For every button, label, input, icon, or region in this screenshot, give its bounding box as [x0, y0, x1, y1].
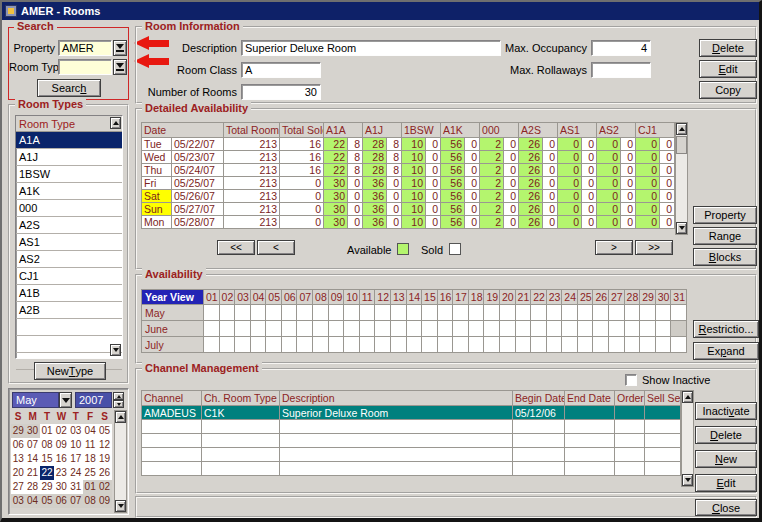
availability-day-cell[interactable] — [655, 337, 671, 353]
calendar-day[interactable]: 02 — [97, 480, 111, 494]
room-type-item[interactable]: A1B — [16, 285, 122, 302]
room-type-item[interactable]: A2S — [16, 217, 122, 234]
availability-day-cell[interactable] — [375, 321, 391, 337]
availability-day-cell[interactable] — [437, 305, 453, 321]
availability-day-cell[interactable] — [359, 321, 375, 337]
calendar-day[interactable]: 02 — [54, 424, 68, 438]
expand-button[interactable]: Expand — [693, 342, 759, 360]
availability-day-cell[interactable] — [640, 337, 656, 353]
availability-day-cell[interactable] — [499, 321, 515, 337]
calendar-day[interactable]: 06 — [11, 438, 25, 452]
calendar-day[interactable]: 04 — [25, 494, 39, 508]
availability-day-cell[interactable] — [313, 337, 329, 353]
availability-day-cell[interactable] — [531, 337, 547, 353]
availability-day-cell[interactable] — [499, 337, 515, 353]
edit-channel-button[interactable]: Edit — [695, 474, 757, 492]
room-type-item[interactable]: AS1 — [16, 234, 122, 251]
calendar-day[interactable]: 20 — [11, 466, 25, 480]
availability-day-cell[interactable] — [281, 305, 297, 321]
scroll-down-button[interactable] — [676, 222, 687, 234]
edit-room-button[interactable]: Edit — [699, 60, 757, 78]
availability-day-cell[interactable] — [204, 305, 220, 321]
availability-day-cell[interactable] — [515, 305, 531, 321]
availability-day-cell[interactable] — [671, 321, 687, 337]
availability-day-cell[interactable] — [297, 337, 313, 353]
availability-day-cell[interactable] — [437, 321, 453, 337]
availability-day-cell[interactable] — [219, 321, 235, 337]
availability-day-cell[interactable] — [390, 305, 406, 321]
room-type-field[interactable] — [58, 59, 112, 75]
availability-day-cell[interactable] — [328, 337, 344, 353]
detailed-availability-scrollbar[interactable] — [675, 122, 688, 235]
availability-day-cell[interactable] — [484, 305, 500, 321]
scroll-up-button[interactable] — [682, 391, 693, 403]
availability-day-cell[interactable] — [328, 305, 344, 321]
calendar-day[interactable]: 01 — [40, 424, 54, 438]
availability-day-cell[interactable] — [406, 321, 422, 337]
availability-day-cell[interactable] — [546, 337, 562, 353]
calendar-day[interactable]: 03 — [11, 494, 25, 508]
availability-day-cell[interactable] — [390, 321, 406, 337]
calendar-day[interactable]: 07 — [25, 438, 39, 452]
room-type-dropdown-button[interactable] — [113, 59, 127, 75]
calendar-day[interactable]: 28 — [25, 480, 39, 494]
availability-day-cell[interactable] — [515, 321, 531, 337]
number-of-rooms-field[interactable]: 30 — [241, 84, 321, 100]
room-type-item[interactable]: CJ1 — [16, 268, 122, 285]
calendar-day[interactable]: 07 — [69, 494, 83, 508]
scroll-down-button[interactable] — [682, 474, 693, 486]
calendar-scrollbar[interactable] — [114, 410, 127, 513]
availability-day-cell[interactable] — [235, 337, 251, 353]
availability-day-cell[interactable] — [235, 321, 251, 337]
copy-room-button[interactable]: Copy — [699, 81, 757, 99]
availability-day-cell[interactable] — [266, 337, 282, 353]
page-last-button[interactable]: >> — [635, 240, 673, 255]
availability-day-cell[interactable] — [562, 305, 578, 321]
availability-day-cell[interactable] — [624, 337, 640, 353]
availability-day-cell[interactable] — [499, 305, 515, 321]
calendar-day[interactable]: 08 — [40, 438, 54, 452]
detailed-availability-row[interactable]: Fri05/25/07213030036010056020260000000 — [142, 177, 675, 190]
availability-day-cell[interactable] — [266, 305, 282, 321]
availability-day-cell[interactable] — [468, 305, 484, 321]
calendar-day[interactable]: 24 — [69, 466, 83, 480]
availability-day-cell[interactable] — [453, 305, 469, 321]
year-view-header[interactable]: Year View — [142, 290, 204, 305]
availability-day-cell[interactable] — [609, 337, 625, 353]
availability-day-cell[interactable] — [422, 321, 438, 337]
availability-day-cell[interactable] — [406, 305, 422, 321]
detailed-availability-row[interactable]: Mon05/28/07213030036010056020260000000 — [142, 216, 675, 229]
scroll-thumb[interactable] — [676, 136, 687, 154]
room-type-item[interactable]: A1K — [16, 183, 122, 200]
availability-day-cell[interactable] — [531, 321, 547, 337]
availability-day-cell[interactable] — [562, 337, 578, 353]
calendar-year-spin-up[interactable] — [113, 392, 124, 400]
calendar-year-field[interactable]: 2007 — [75, 392, 112, 408]
availability-day-cell[interactable] — [546, 321, 562, 337]
availability-day-cell[interactable] — [624, 305, 640, 321]
calendar-day[interactable]: 09 — [97, 494, 111, 508]
calendar-day[interactable]: 03 — [69, 424, 83, 438]
page-first-button[interactable]: << — [217, 240, 255, 255]
detailed-availability-row[interactable]: Tue05/22/072131622828810056020260000000 — [142, 138, 675, 151]
availability-day-cell[interactable] — [406, 337, 422, 353]
availability-day-cell[interactable] — [297, 305, 313, 321]
availability-day-cell[interactable] — [281, 337, 297, 353]
room-type-item[interactable]: A2B — [16, 302, 122, 319]
availability-day-cell[interactable] — [468, 321, 484, 337]
calendar-day[interactable]: 09 — [54, 438, 68, 452]
availability-day-cell[interactable] — [204, 337, 220, 353]
availability-day-cell[interactable] — [468, 337, 484, 353]
calendar-day[interactable]: 12 — [97, 438, 111, 452]
calendar-day[interactable]: 19 — [97, 452, 111, 466]
availability-day-cell[interactable] — [593, 321, 609, 337]
room-type-item[interactable]: 1BSW — [16, 166, 122, 183]
month-label[interactable]: June — [142, 321, 204, 337]
month-label[interactable]: July — [142, 337, 204, 353]
new-channel-button[interactable]: New — [695, 450, 757, 468]
calendar-day[interactable]: 30 — [25, 424, 39, 438]
availability-day-cell[interactable] — [344, 305, 360, 321]
detailed-availability-row[interactable]: Sat05/26/07213030036010056020260000000 — [142, 190, 675, 203]
availability-day-cell[interactable] — [250, 337, 266, 353]
availability-day-cell[interactable] — [219, 337, 235, 353]
